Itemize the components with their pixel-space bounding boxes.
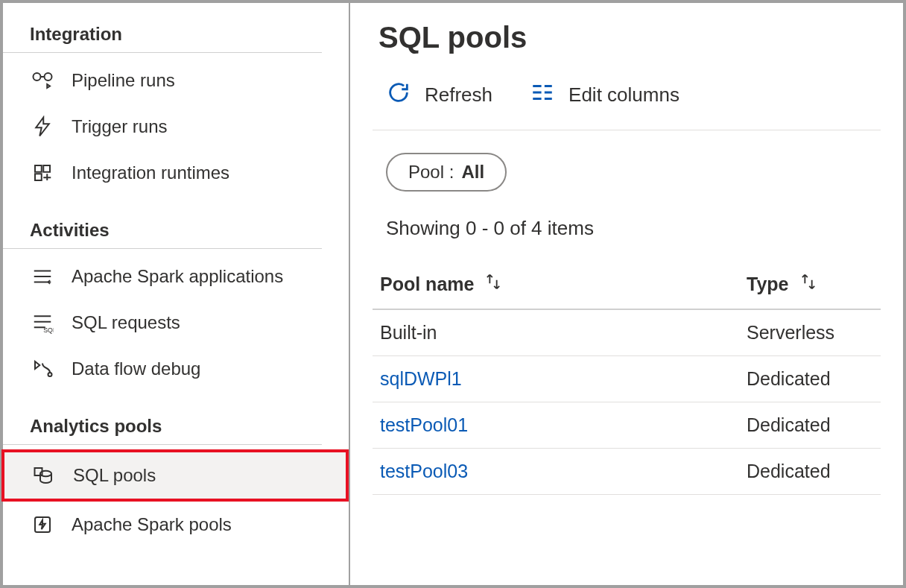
pool-type-text: Dedicated [739, 356, 881, 402]
lightning-icon [30, 114, 55, 139]
refresh-icon [386, 80, 411, 110]
pool-table: Pool name Type Built-inServerlesssqlDWPl… [373, 259, 881, 495]
app-frame: Integration Pipeline runs Trigger runs I… [0, 0, 906, 588]
runtime-icon [30, 160, 55, 186]
svg-rect-2 [35, 165, 42, 172]
sidebar-item-label: SQL pools [73, 465, 156, 486]
col-header-name[interactable]: Pool name [373, 259, 739, 309]
section-header-activities: Activities [3, 214, 322, 249]
pool-type-text: Dedicated [739, 449, 881, 494]
pool-type-text: Dedicated [739, 402, 881, 448]
svg-point-6 [48, 373, 52, 376]
svg-rect-3 [43, 165, 50, 172]
sql-requests-icon: SQL [30, 310, 55, 335]
pool-name-link[interactable]: testPool03 [373, 449, 739, 494]
sidebar-item-label: Trigger runs [72, 116, 167, 137]
edit-columns-button[interactable]: Edit columns [530, 80, 680, 110]
section-header-analytics: Analytics pools [3, 410, 322, 445]
sidebar-item-integration-runtimes[interactable]: Integration runtimes [3, 150, 349, 196]
sidebar-item-spark-pools[interactable]: Apache Spark pools [3, 502, 349, 548]
pool-name-link[interactable]: testPool01 [373, 402, 739, 448]
refresh-label: Refresh [425, 83, 492, 107]
pool-type-text: Serverless [739, 310, 881, 355]
filter-bar: Pool : All [373, 153, 881, 217]
svg-rect-4 [35, 174, 42, 180]
svg-point-0 [34, 73, 41, 80]
pool-filter-pill[interactable]: Pool : All [386, 153, 507, 192]
sidebar-item-spark-applications[interactable]: Apache Spark applications [3, 253, 349, 300]
sort-icon [483, 271, 504, 297]
spark-app-icon [30, 264, 55, 289]
table-row: Built-inServerless [373, 310, 881, 356]
sidebar-item-label: Pipeline runs [72, 70, 175, 91]
edit-columns-label: Edit columns [568, 83, 680, 107]
pool-name-link[interactable]: sqlDWPl1 [373, 356, 739, 402]
showing-text: Showing 0 - 0 of 4 items [373, 217, 881, 259]
columns-icon [530, 80, 555, 110]
sidebar-item-label: Apache Spark pools [72, 514, 232, 535]
refresh-button[interactable]: Refresh [386, 80, 492, 110]
sidebar-item-label: Integration runtimes [72, 162, 229, 183]
col-header-type[interactable]: Type [739, 259, 881, 309]
sidebar-item-label: SQL requests [72, 312, 180, 333]
sort-icon [798, 271, 819, 297]
sidebar: Integration Pipeline runs Trigger runs I… [3, 3, 350, 585]
pipeline-icon [30, 68, 55, 93]
table-header: Pool name Type [373, 259, 881, 310]
section-header-integration: Integration [3, 18, 322, 53]
sidebar-item-label: Data flow debug [72, 358, 200, 379]
pool-name-text: Built-in [373, 310, 739, 355]
sql-pool-icon [31, 463, 57, 488]
table-row: testPool01Dedicated [373, 402, 881, 449]
toolbar: Refresh Edit columns [373, 72, 881, 130]
sidebar-item-trigger-runs[interactable]: Trigger runs [3, 104, 349, 150]
sidebar-item-sql-requests[interactable]: SQL SQL requests [3, 300, 349, 346]
pool-filter-label: Pool : [408, 162, 454, 183]
col-type-label: Type [747, 274, 789, 295]
svg-point-1 [45, 73, 52, 80]
main-panel: SQL pools Refresh Edit columns Pool : Al… [350, 3, 903, 585]
table-row: sqlDWPl1Dedicated [373, 356, 881, 402]
dataflow-icon [30, 356, 55, 382]
table-row: testPool03Dedicated [373, 449, 881, 495]
sidebar-item-label: Apache Spark applications [72, 266, 283, 287]
sidebar-item-dataflow-debug[interactable]: Data flow debug [3, 346, 349, 392]
page-title: SQL pools [373, 16, 881, 72]
sidebar-item-sql-pools[interactable]: SQL pools [1, 449, 349, 502]
svg-text:SQL: SQL [43, 326, 54, 334]
col-name-label: Pool name [380, 274, 474, 295]
pool-filter-value: All [461, 162, 484, 183]
sidebar-item-pipeline-runs[interactable]: Pipeline runs [3, 57, 349, 104]
spark-pool-icon [30, 512, 55, 537]
